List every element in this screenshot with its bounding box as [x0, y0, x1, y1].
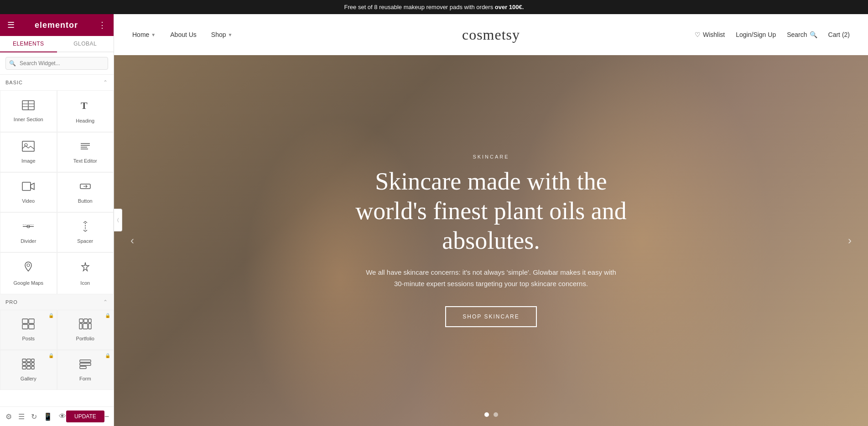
- basic-chevron-icon: ⌃: [103, 79, 108, 86]
- tab-elements[interactable]: ELEMENTS: [0, 36, 57, 52]
- hero-content: SKINCARE Skincare made with the world's …: [332, 154, 651, 327]
- history-icon[interactable]: ↻: [31, 412, 37, 421]
- wishlist-icon: ♡: [695, 31, 701, 38]
- widget-posts[interactable]: 🔒 Posts: [0, 310, 57, 350]
- search-widget-input[interactable]: [5, 57, 108, 70]
- svg-rect-36: [27, 363, 31, 365]
- svg-rect-31: [88, 323, 91, 329]
- site-navigation: Home ▼ About Us Shop ▼ cosmetsy ♡ Wishli…: [114, 14, 868, 55]
- widget-gallery-label: Gallery: [21, 376, 36, 381]
- sidebar-collapse-handle[interactable]: 〈: [114, 209, 122, 231]
- sidebar-tabs: ELEMENTS GLOBAL: [0, 36, 114, 52]
- pro-chevron-icon: ⌃: [103, 299, 108, 305]
- widget-divider[interactable]: Divider: [0, 212, 57, 252]
- slider-dots: [484, 412, 498, 417]
- nav-item-about[interactable]: About Us: [170, 31, 197, 38]
- svg-rect-13: [22, 182, 31, 190]
- hero-title: Skincare made with the world's finest pl…: [341, 167, 642, 255]
- announcement-text: Free set of 8 reusable makeup remover pa…: [344, 4, 524, 10]
- svg-rect-32: [22, 359, 26, 362]
- svg-rect-41: [80, 360, 91, 362]
- svg-rect-28: [88, 319, 91, 323]
- slider-dot-2[interactable]: [494, 412, 498, 417]
- widget-text-editor[interactable]: Text Editor: [57, 132, 114, 172]
- svg-point-21: [27, 264, 30, 267]
- site-logo[interactable]: cosmetsy: [462, 26, 520, 43]
- widget-icon-label: Icon: [80, 280, 90, 286]
- svg-rect-42: [80, 363, 91, 365]
- widget-button-label: Button: [78, 198, 93, 204]
- widget-icon[interactable]: Icon: [57, 252, 114, 294]
- elementor-sidebar: ☰ elementor ⋮ ELEMENTS GLOBAL 🔍 BASIC ⌃: [0, 14, 114, 426]
- search-icon: 🔍: [810, 31, 817, 38]
- canvas-area: 〈 Home ▼ About Us Shop ▼ cosmetsy ♡: [114, 14, 868, 426]
- gallery-icon: [22, 359, 35, 372]
- widget-posts-label: Posts: [22, 336, 35, 341]
- svg-rect-37: [31, 363, 34, 365]
- widget-button[interactable]: Button: [57, 172, 114, 212]
- home-dropdown-arrow: ▼: [151, 32, 156, 37]
- widget-inner-section[interactable]: Inner Section: [0, 90, 57, 132]
- grid-icon[interactable]: ⋮: [98, 20, 106, 30]
- search-icon-inner: 🔍: [9, 60, 16, 67]
- nav-cart[interactable]: Cart (2): [828, 31, 850, 38]
- svg-rect-35: [22, 363, 26, 365]
- image-icon: [22, 141, 35, 154]
- hamburger-icon[interactable]: ☰: [7, 20, 15, 30]
- widget-video[interactable]: Video: [0, 172, 57, 212]
- widget-video-label: Video: [22, 198, 35, 204]
- settings-icon[interactable]: ⚙: [5, 412, 12, 421]
- button-icon: [79, 181, 92, 195]
- posts-icon: [22, 318, 35, 332]
- sidebar-header: ☰ elementor ⋮: [0, 14, 114, 36]
- widget-gallery[interactable]: 🔒 Gall: [0, 350, 57, 390]
- svg-rect-7: [22, 141, 34, 151]
- slider-next-button[interactable]: ›: [841, 231, 859, 250]
- widget-spacer[interactable]: Spacer: [57, 212, 114, 252]
- minus-icon[interactable]: −: [104, 412, 109, 421]
- inner-section-icon: [22, 100, 35, 113]
- basic-section-title[interactable]: BASIC ⌃: [0, 75, 114, 90]
- pro-section-title[interactable]: PRO ⌃: [0, 294, 114, 310]
- nav-item-shop[interactable]: Shop ▼: [211, 31, 233, 38]
- mobile-icon[interactable]: 📱: [43, 412, 52, 421]
- widget-portfolio[interactable]: 🔒 Portfolio: [57, 310, 114, 350]
- divider-icon: [22, 221, 35, 235]
- nav-item-home[interactable]: Home ▼: [132, 31, 156, 38]
- heading-icon: T: [79, 99, 92, 114]
- nav-search[interactable]: Search 🔍: [787, 31, 817, 38]
- hero-description: We all have skincare concerns: it's not …: [364, 267, 619, 290]
- svg-rect-43: [80, 366, 86, 369]
- video-icon: [22, 181, 35, 195]
- svg-rect-24: [22, 324, 28, 329]
- form-icon: [79, 359, 92, 372]
- footer-icons-group: ⚙ ☰ ↻ 📱 👁: [5, 412, 66, 421]
- widget-image[interactable]: Image: [0, 132, 57, 172]
- slider-prev-button[interactable]: ‹: [123, 231, 141, 250]
- svg-rect-26: [79, 319, 83, 323]
- widget-form[interactable]: 🔒 Form: [57, 350, 114, 390]
- nav-login[interactable]: Login/Sign Up: [736, 31, 776, 38]
- layers-icon[interactable]: ☰: [18, 412, 25, 421]
- tab-global[interactable]: GLOBAL: [57, 36, 114, 51]
- widget-portfolio-label: Portfolio: [76, 336, 94, 341]
- widget-google-maps-label: Google Maps: [14, 280, 43, 286]
- nav-wishlist[interactable]: ♡ Wishlist: [695, 31, 725, 38]
- widget-heading[interactable]: T Heading: [57, 90, 114, 132]
- eye-icon[interactable]: 👁: [59, 412, 66, 421]
- text-editor-icon: [79, 141, 92, 154]
- posts-lock-icon: 🔒: [48, 313, 54, 318]
- widget-divider-label: Divider: [21, 238, 36, 244]
- google-maps-icon: [23, 261, 34, 277]
- icon-icon: [79, 261, 92, 277]
- slider-dot-1[interactable]: [484, 412, 489, 417]
- svg-rect-39: [27, 366, 31, 369]
- svg-rect-33: [27, 359, 31, 362]
- shop-dropdown-arrow: ▼: [228, 32, 233, 37]
- widget-google-maps[interactable]: Google Maps: [0, 252, 57, 294]
- svg-rect-34: [31, 359, 34, 362]
- update-button[interactable]: UPDATE: [66, 411, 104, 422]
- hero-cta-button[interactable]: SHOP SKINCARE: [445, 306, 536, 327]
- sidebar-content: 🔍 BASIC ⌃: [0, 52, 114, 406]
- widget-image-label: Image: [21, 158, 36, 164]
